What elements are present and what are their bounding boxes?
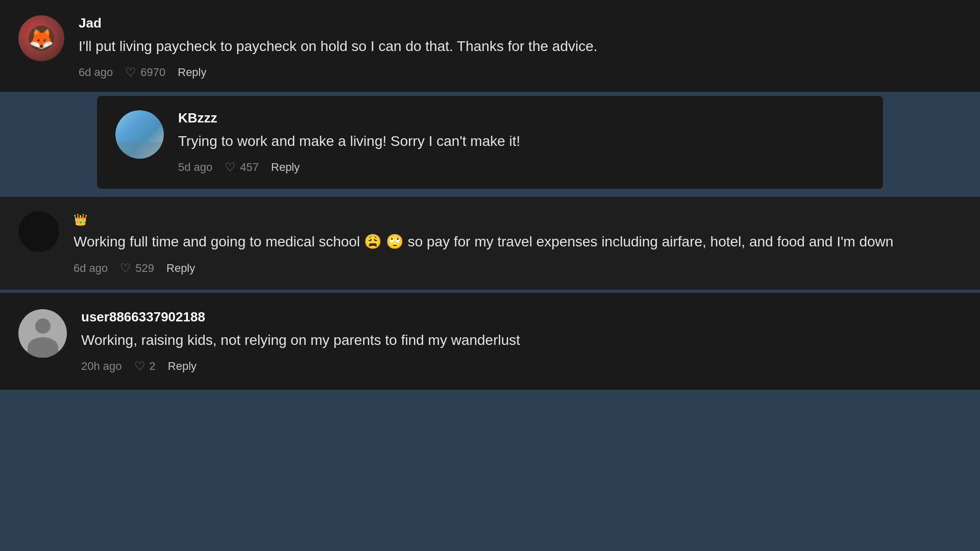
reply-button[interactable]: Reply — [166, 262, 195, 275]
comment-item: 👑 Working full time and going to medical… — [0, 197, 980, 289]
comment-item: Jad I'll put living paycheck to paycheck… — [0, 0, 980, 92]
comment-text: Working, raising kids, not relying on my… — [81, 330, 962, 350]
heart-icon: ♡ — [120, 261, 131, 276]
like-count: 6970 — [140, 66, 165, 79]
comment-username: user8866337902188 — [81, 309, 962, 325]
comment-actions: 6d ago ♡ 6970 Reply — [79, 65, 962, 80]
like-button[interactable]: ♡ 529 — [120, 261, 154, 276]
reply-button[interactable]: Reply — [168, 360, 197, 373]
comment-text: I'll put living paycheck to paycheck on … — [79, 36, 962, 56]
comment-username: KBzzz — [178, 110, 865, 126]
username-text: KBzzz — [178, 110, 217, 126]
comment-time: 5d ago — [178, 161, 212, 174]
heart-icon: ♡ — [134, 359, 145, 373]
comment-time: 20h ago — [81, 360, 122, 373]
comment-item-reply: KBzzz Trying to work and make a living! … — [97, 96, 883, 189]
heart-icon: ♡ — [125, 65, 136, 80]
comment-actions: 6d ago ♡ 529 Reply — [74, 261, 962, 276]
heart-icon: ♡ — [225, 160, 236, 174]
username-text: user8866337902188 — [81, 309, 205, 325]
reply-wrapper: KBzzz Trying to work and make a living! … — [0, 92, 980, 193]
like-button[interactable]: ♡ 2 — [134, 359, 156, 373]
avatar — [115, 110, 164, 159]
comment-item: user8866337902188 Working, raising kids,… — [0, 293, 980, 390]
like-count: 2 — [150, 360, 156, 373]
comment-content: Jad I'll put living paycheck to paycheck… — [79, 15, 962, 80]
comment-content: user8866337902188 Working, raising kids,… — [81, 309, 962, 373]
comment-time: 6d ago — [79, 66, 113, 79]
comment-content: 👑 Working full time and going to medical… — [74, 213, 962, 275]
comment-content: KBzzz Trying to work and make a living! … — [178, 110, 865, 174]
comment-username: 👑 — [74, 213, 962, 227]
comment-time: 6d ago — [74, 262, 108, 275]
comment-text: Working full time and going to medical s… — [74, 232, 962, 252]
like-button[interactable]: ♡ 457 — [225, 160, 259, 174]
avatar — [18, 309, 67, 358]
username-text: Jad — [79, 15, 102, 31]
avatar — [18, 211, 59, 252]
comments-container: Jad I'll put living paycheck to paycheck… — [0, 0, 980, 551]
comment-actions: 5d ago ♡ 457 Reply — [178, 160, 865, 174]
reply-button[interactable]: Reply — [178, 66, 206, 79]
badge-icon: 👑 — [74, 213, 87, 227]
like-button[interactable]: ♡ 6970 — [125, 65, 165, 80]
reply-button[interactable]: Reply — [271, 161, 300, 174]
comment-actions: 20h ago ♡ 2 Reply — [81, 359, 962, 373]
avatar — [18, 15, 64, 61]
comment-username: Jad — [79, 15, 962, 31]
like-count: 457 — [240, 161, 259, 174]
comment-text: Trying to work and make a living! Sorry … — [178, 131, 865, 151]
like-count: 529 — [135, 262, 154, 275]
kbzzz-avatar-img — [115, 110, 164, 159]
